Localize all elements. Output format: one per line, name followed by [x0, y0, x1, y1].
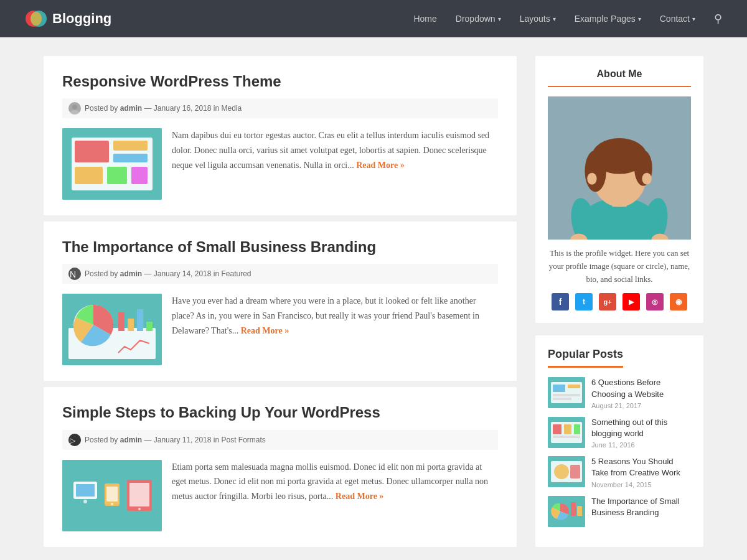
svg-rect-28: [106, 487, 118, 502]
popular-post-date: August 21, 2017: [591, 402, 691, 409]
svg-rect-62: [570, 465, 580, 478]
post-thumbnail: [62, 128, 162, 200]
post-body: Have you ever had a dream where you were…: [62, 294, 498, 365]
site-wrapper: Responsive WordPress Theme Posted by adm…: [31, 37, 716, 560]
svg-rect-52: [553, 398, 571, 400]
popular-post-title[interactable]: 5 Reasons You Should Take from Creative …: [591, 456, 691, 478]
about-avatar: [548, 96, 691, 240]
post-meta-text: Posted by admin — January 11, 2018 in Po…: [85, 436, 266, 444]
svg-rect-31: [129, 483, 149, 506]
svg-rect-11: [131, 167, 148, 184]
chevron-down-icon: ▾: [553, 16, 556, 22]
svg-rect-17: [118, 312, 125, 331]
post-title[interactable]: Simple Steps to Backing Up Your WordPres…: [62, 403, 498, 422]
avatar: N: [68, 268, 81, 280]
popular-post-item: Something out of this blogging world Jun…: [548, 417, 691, 449]
nav-example-pages[interactable]: Example Pages ▾: [575, 14, 641, 24]
instagram-icon[interactable]: ◎: [646, 293, 664, 310]
popular-post-thumbnail: [548, 456, 585, 487]
read-more-link[interactable]: Read More »: [356, 161, 405, 170]
post-excerpt: Etiam porta sem malesuada magna mollis e…: [172, 460, 498, 504]
post-meta: ▷ Posted by admin — January 11, 2018 in …: [62, 430, 498, 450]
svg-rect-20: [146, 322, 153, 331]
svg-rect-7: [113, 141, 148, 151]
svg-point-41: [587, 173, 596, 185]
post-body: Etiam porta sem malesuada magna mollis e…: [62, 460, 498, 531]
popular-post-title[interactable]: 6 Questions Before Choosing a Website: [591, 377, 691, 399]
main-content: Responsive WordPress Theme Posted by adm…: [44, 56, 517, 559]
post-item: The Importance of Small Business Brandin…: [44, 222, 517, 381]
chevron-down-icon: ▾: [498, 16, 501, 22]
post-item: Simple Steps to Backing Up Your WordPres…: [44, 387, 517, 546]
popular-post-item: 5 Reasons You Should Take from Creative …: [548, 456, 691, 488]
logo-icon: [25, 7, 47, 30]
svg-text:▷: ▷: [70, 436, 76, 445]
post-excerpt: Have you ever had a dream where you were…: [172, 294, 498, 338]
post-item: Responsive WordPress Theme Posted by adm…: [44, 56, 517, 215]
popular-post-item: 6 Questions Before Choosing a Website Au…: [548, 377, 691, 409]
popular-post-info: 6 Questions Before Choosing a Website Au…: [591, 377, 691, 409]
post-excerpt-container: Nam dapibus dui eu tortor egestas auctor…: [172, 128, 498, 172]
read-more-link[interactable]: Read More »: [336, 492, 384, 501]
site-logo[interactable]: Blogging: [25, 7, 111, 30]
avatar: [68, 102, 81, 114]
post-thumbnail: [62, 460, 162, 531]
svg-rect-19: [137, 309, 143, 331]
google-plus-icon[interactable]: g+: [599, 293, 616, 310]
svg-rect-55: [553, 424, 561, 434]
svg-rect-56: [564, 424, 571, 434]
post-meta-text: Posted by admin — January 14, 2018 in Fe…: [85, 269, 251, 278]
post-thumbnail: [62, 294, 162, 365]
svg-point-61: [554, 464, 569, 479]
popular-post-info: 5 Reasons You Should Take from Creative …: [591, 456, 691, 488]
logo-text: Blogging: [52, 11, 111, 27]
twitter-icon[interactable]: t: [575, 293, 593, 310]
svg-rect-25: [76, 484, 95, 497]
avatar: ▷: [68, 434, 81, 446]
svg-rect-65: [571, 502, 576, 516]
chevron-down-icon: ▾: [692, 16, 695, 22]
popular-posts-widget: Popular Posts 6 Questions Before Choosin…: [535, 335, 703, 546]
svg-text:N: N: [70, 269, 76, 279]
post-title[interactable]: Responsive WordPress Theme: [62, 72, 498, 91]
svg-rect-40: [592, 153, 647, 168]
post-excerpt-container: Have you ever had a dream where you were…: [172, 294, 498, 338]
popular-post-info: The Importance of Small Business Brandin…: [591, 496, 691, 520]
chevron-down-icon: ▾: [638, 16, 641, 22]
svg-point-32: [138, 508, 141, 510]
popular-post-title[interactable]: The Importance of Small Business Brandin…: [591, 496, 691, 518]
about-widget: About Me: [535, 56, 703, 323]
facebook-icon[interactable]: f: [552, 293, 569, 310]
svg-point-3: [70, 110, 79, 114]
site-nav: Home Dropdown ▾ Layouts ▾ Example Pages …: [413, 12, 722, 26]
popular-post-thumbnail: [548, 496, 585, 527]
svg-rect-18: [128, 319, 134, 331]
nav-home[interactable]: Home: [413, 14, 436, 24]
nav-contact[interactable]: Contact ▾: [660, 14, 695, 24]
svg-rect-6: [75, 141, 109, 162]
popular-post-title[interactable]: Something out of this blogging world: [591, 417, 691, 439]
rss-icon[interactable]: ◉: [670, 293, 687, 310]
popular-post-date: November 14, 2015: [591, 481, 691, 488]
svg-rect-50: [568, 385, 580, 388]
post-title[interactable]: The Importance of Small Business Brandin…: [62, 237, 498, 256]
popular-post-date: June 11, 2016: [591, 441, 691, 449]
post-meta: N Posted by admin — January 14, 2018 in …: [62, 264, 498, 284]
read-more-link[interactable]: Read More »: [241, 326, 289, 335]
svg-point-42: [642, 173, 651, 185]
post-excerpt-container: Etiam porta sem malesuada magna mollis e…: [172, 460, 498, 504]
youtube-icon[interactable]: ▶: [622, 293, 640, 310]
sidebar: About Me: [535, 56, 703, 559]
svg-rect-10: [107, 167, 127, 184]
nav-layouts[interactable]: Layouts ▾: [520, 14, 556, 24]
svg-rect-58: [553, 436, 580, 438]
site-header: Blogging Home Dropdown ▾ Layouts ▾ Examp…: [0, 0, 747, 37]
post-meta-text: Posted by admin — January 16, 2018 in Me…: [85, 104, 242, 113]
nav-dropdown[interactable]: Dropdown ▾: [456, 14, 501, 24]
about-title: About Me: [548, 68, 691, 87]
svg-rect-49: [553, 385, 565, 392]
svg-point-26: [83, 500, 87, 503]
svg-rect-57: [574, 424, 580, 434]
popular-post-item: The Importance of Small Business Brandin…: [548, 496, 691, 527]
search-button[interactable]: ⚲: [714, 12, 722, 26]
